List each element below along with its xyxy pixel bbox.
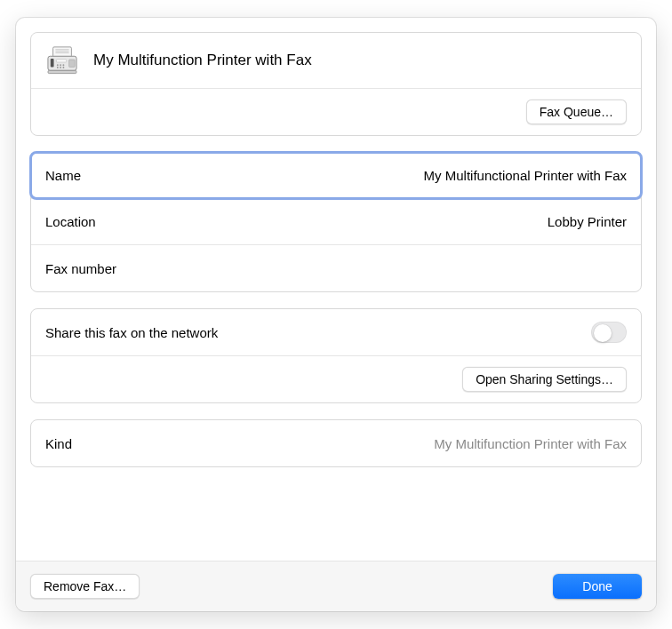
location-value: Lobby Printer xyxy=(548,214,627,229)
svg-rect-6 xyxy=(56,60,66,62)
kind-value: My Multifunction Printer with Fax xyxy=(434,436,627,451)
svg-rect-14 xyxy=(48,70,76,73)
svg-point-12 xyxy=(62,67,64,68)
header-row: My Multifunction Printer with Fax xyxy=(31,33,641,89)
fax-number-row[interactable]: Fax number xyxy=(31,245,641,291)
sharing-section: Share this fax on the network Open Shari… xyxy=(30,308,642,403)
svg-point-10 xyxy=(57,67,59,68)
svg-point-8 xyxy=(60,64,61,66)
fax-number-label: Fax number xyxy=(45,261,116,276)
svg-point-11 xyxy=(60,67,61,68)
kind-row: Kind My Multifunction Printer with Fax xyxy=(31,420,641,466)
fax-queue-button[interactable]: Fax Queue… xyxy=(526,100,627,124)
location-row[interactable]: Location Lobby Printer xyxy=(31,199,641,245)
svg-point-9 xyxy=(62,64,64,66)
dialog-footer: Remove Fax… Done xyxy=(16,561,656,611)
svg-point-7 xyxy=(57,64,59,66)
fax-machine-icon xyxy=(45,45,79,76)
share-label: Share this fax on the network xyxy=(45,325,218,340)
remove-fax-button[interactable]: Remove Fax… xyxy=(30,574,140,599)
kind-label: Kind xyxy=(45,436,72,451)
open-sharing-settings-button[interactable]: Open Sharing Settings… xyxy=(462,367,627,392)
name-value: My Multifunctional Printer with Fax xyxy=(424,168,627,183)
share-toggle[interactable] xyxy=(591,322,627,343)
queue-row: Fax Queue… xyxy=(31,89,641,135)
fields-section: Name My Multifunctional Printer with Fax… xyxy=(30,152,642,292)
svg-rect-5 xyxy=(51,59,54,67)
name-label: Name xyxy=(45,168,81,183)
dialog-content: My Multifunction Printer with Fax Fax Qu… xyxy=(16,18,656,561)
kind-section: Kind My Multifunction Printer with Fax xyxy=(30,419,642,467)
printer-title: My Multifunction Printer with Fax xyxy=(93,52,312,69)
header-section: My Multifunction Printer with Fax Fax Qu… xyxy=(30,32,642,136)
printer-settings-dialog: My Multifunction Printer with Fax Fax Qu… xyxy=(16,18,656,611)
svg-rect-0 xyxy=(53,47,72,57)
location-label: Location xyxy=(45,214,96,229)
svg-rect-13 xyxy=(69,60,76,68)
done-button[interactable]: Done xyxy=(553,574,642,599)
sharing-button-row: Open Sharing Settings… xyxy=(31,356,641,402)
share-row: Share this fax on the network xyxy=(31,309,641,356)
name-row[interactable]: Name My Multifunctional Printer with Fax xyxy=(31,153,641,199)
